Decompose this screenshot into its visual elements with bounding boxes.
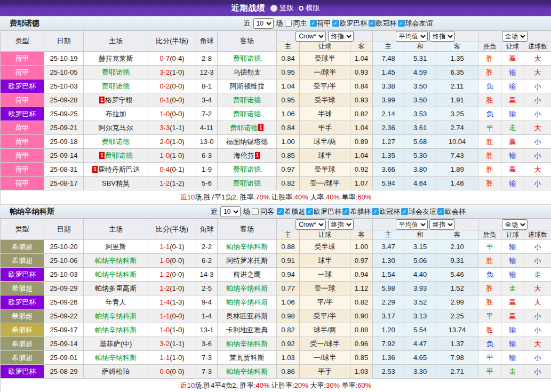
corner-cell: 1-9 <box>196 163 218 177</box>
league-filter-checkbox-checked-icon[interactable]: ✓ <box>277 208 284 215</box>
handicap-result-cell: 赢 <box>501 163 524 177</box>
handicap-away-odds-cell: 0.82 <box>350 107 373 121</box>
league-filter-item[interactable]: ✓ 希腊杯 <box>342 207 371 217</box>
layout-radio-horizontal[interactable]: 横版 <box>299 3 320 13</box>
league-filter-item[interactable]: ✓ 欧罗巴杯 <box>306 207 341 217</box>
final-odds-select[interactable]: 终指 <box>328 219 354 230</box>
handicap-line-cell: 受一/球半 <box>300 337 350 351</box>
col-handicap-away: 客 <box>350 230 373 240</box>
home-team-name: 帕纳多里高斯 <box>95 284 137 292</box>
full-match-select[interactable]: 全场 <box>502 219 528 230</box>
league-filter-checkbox-checked-icon[interactable]: ✓ <box>372 208 379 215</box>
away-team-cell: 费耶诺德 <box>218 177 277 190</box>
league-filter-item[interactable]: ✓ 欧冠杯 <box>372 207 400 217</box>
league-filter-item[interactable]: ✓ 球会友谊 <box>401 207 436 217</box>
league-filter-checkbox-checked-icon[interactable]: ✓ <box>306 208 313 215</box>
match-row: 荷甲 25-09-28 1格罗宁根 0-1(0-0) 3-4 费耶诺德 0.95… <box>1 93 551 107</box>
half-time-score: (0-0) <box>170 82 184 90</box>
avg-away-odds-cell: 2.71 <box>436 365 478 379</box>
home-team-cell: 阿尔克马尔 <box>84 121 148 135</box>
handicap-home-odds-cell: 0.88 <box>277 240 300 254</box>
average-select[interactable]: 平均值 <box>396 31 428 42</box>
away-team-name: 帕纳辛纳科斯 <box>226 367 268 375</box>
league-filter-checkbox-checked-icon[interactable]: ✓ <box>332 20 339 27</box>
final-odds-select-2[interactable]: 终指 <box>429 219 455 230</box>
handicap-away-odds-cell: 0.90 <box>350 309 373 323</box>
corner-cell: 7-3 <box>196 365 218 379</box>
away-team-name: 福图纳锡塔德 <box>226 138 268 146</box>
corner-cell: 3-4 <box>196 93 218 107</box>
avg-home-odds-cell: 1.45 <box>373 66 404 79</box>
league-badge: 荷甲 <box>1 177 44 190</box>
avg-draw-odds-cell: 3.30 <box>404 365 436 379</box>
avg-draw-odds-cell: 3.13 <box>404 309 436 323</box>
away-team-name: 前进之鹰 <box>233 270 261 278</box>
summary-part: 近10 <box>180 193 195 201</box>
league-filter-item[interactable]: ✓ 球会友谊 <box>398 19 433 28</box>
score-cell: 3-2(1-0) <box>148 66 196 79</box>
score-cell: 1-4(1-3) <box>148 295 196 309</box>
result-cell: 平 <box>478 121 501 135</box>
bookmaker-select[interactable]: Crow* <box>296 31 326 42</box>
bookmaker-select[interactable]: Crow* <box>296 219 326 230</box>
league-filter-label: 欧冠杯 <box>376 19 397 28</box>
league-filter-item[interactable]: ✓ 欧罗巴杯 <box>332 19 368 28</box>
handicap-result-cell: 输 <box>501 323 524 337</box>
final-odds-select-2[interactable]: 终指 <box>429 31 455 42</box>
league-filter-item[interactable]: ✓ 希腊超 <box>277 207 305 217</box>
handicap-home-odds-cell: 0.95 <box>277 66 300 79</box>
avg-away-odds-cell: 2.74 <box>436 121 478 135</box>
match-row: 荷甲 25-08-31 1鹿特丹斯巴达 0-4(0-1) 1-9 费耶诺德 0.… <box>1 163 551 177</box>
full-match-select[interactable]: 全场 <box>502 31 528 42</box>
league-filter-checkbox-checked-icon[interactable]: ✓ <box>398 20 405 27</box>
league-filter-checkbox-checked-icon[interactable]: ✓ <box>342 208 349 215</box>
corner-cell: 6-3 <box>196 149 218 163</box>
handicap-result-cell: 输 <box>501 149 524 163</box>
home-team-cell: 帕纳辛纳科斯 <box>84 268 148 282</box>
goals-result-cell: 小 <box>524 149 551 163</box>
league-badge: 欧罗巴杯 <box>1 268 44 282</box>
league-filter-item[interactable]: ✓ 荷甲 <box>310 19 331 28</box>
same-venue-checkbox[interactable] <box>285 20 292 27</box>
avg-home-odds-cell: 5.98 <box>373 282 404 295</box>
col-avg-home: 主 <box>373 230 404 240</box>
full-time-score: 0-2 <box>159 82 170 90</box>
away-team-cell: 帕纳辛纳科斯 <box>218 282 277 295</box>
avg-draw-odds-cell: 4.47 <box>404 337 436 351</box>
score-cell: 1-2(1-0) <box>148 282 196 295</box>
layout-radio-vertical[interactable]: 竖版 <box>270 3 294 13</box>
score-cell: 3-3(1-1) <box>148 121 196 135</box>
handicap-result-cell: 输 <box>501 107 524 121</box>
result-cell: 胜 <box>478 163 501 177</box>
average-select[interactable]: 平均值 <box>396 219 428 230</box>
score-cell: 1-1(0-0) <box>148 309 196 323</box>
match-row: 希腊超 25-09-01 帕纳辛纳科斯 1-1(1-0) 7-3 莱瓦贾科斯 1… <box>1 351 551 365</box>
home-team-name: 帕纳辛纳科斯 <box>95 257 137 265</box>
team-filter-bar: 费耶诺德 近 10 场 同主 ✓ 荷甲 ✓ 欧罗巴杯 ✓ 欧冠杯 ✓ 球会友谊 <box>0 16 551 30</box>
same-venue-checkbox[interactable] <box>252 208 259 215</box>
summary-part: 20% <box>294 381 308 389</box>
match-row: 欧罗巴杯 25-08-29 萨姆松珀 0-0(0-0) 7-3 帕纳辛纳科斯 0… <box>1 365 551 379</box>
col-result: 胜负 <box>478 230 501 240</box>
recent-count-select[interactable]: 10 <box>253 18 274 29</box>
league-filter-item[interactable]: ✓ 欧会杯 <box>437 207 466 217</box>
col-date: 日期 <box>44 31 84 52</box>
recent-count-select[interactable]: 10 <box>220 206 241 217</box>
avg-draw-odds-cell: 5.68 <box>404 135 436 149</box>
col-corner: 角球 <box>196 219 218 240</box>
league-filter-checkbox-checked-icon[interactable]: ✓ <box>437 208 444 215</box>
result-cell: 负 <box>478 268 501 282</box>
handicap-away-odds-cell: 0.92 <box>350 163 373 177</box>
col-result: 胜负 <box>478 42 501 52</box>
away-team-cell: 福图纳锡塔德 <box>218 135 277 149</box>
league-filter-item[interactable]: ✓ 欧冠杯 <box>369 19 397 28</box>
half-time-score: (1-0) <box>170 326 184 334</box>
league-filter-checkbox-checked-icon[interactable]: ✓ <box>310 20 317 27</box>
match-date-cell: 25-09-17 <box>44 323 84 337</box>
result-cell: 胜 <box>478 66 501 79</box>
final-odds-select[interactable]: 终指 <box>328 31 354 42</box>
score-cell: 0-2(0-0) <box>148 79 196 93</box>
away-team-name: 费耶诺德 <box>233 179 261 187</box>
league-filter-checkbox-checked-icon[interactable]: ✓ <box>401 208 408 215</box>
league-filter-checkbox-checked-icon[interactable]: ✓ <box>369 20 376 27</box>
